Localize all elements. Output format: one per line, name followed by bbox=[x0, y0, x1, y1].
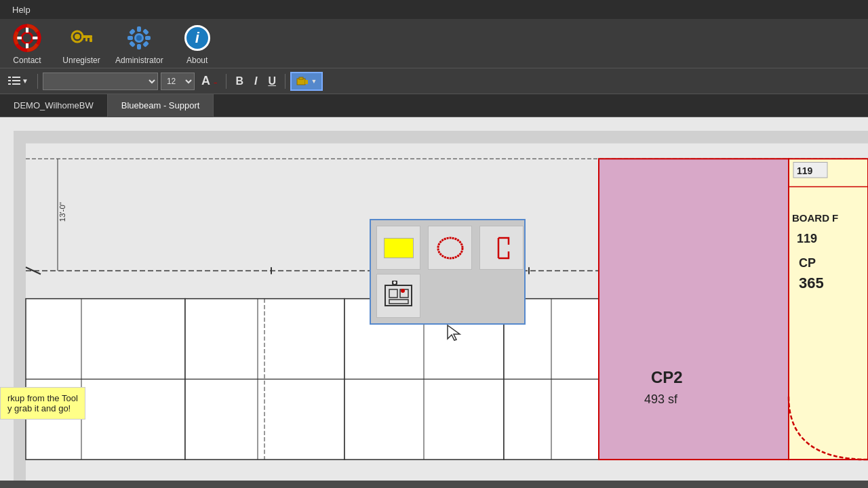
floorplan-icon bbox=[380, 277, 417, 314]
palette-arrow-sketch[interactable] bbox=[479, 226, 524, 270]
underline-button[interactable]: U bbox=[264, 73, 280, 90]
svg-rect-24 bbox=[8, 80, 11, 81]
separator-2 bbox=[226, 74, 226, 89]
font-color-button[interactable]: A – bbox=[197, 73, 221, 90]
svg-rect-17 bbox=[145, 36, 151, 40]
unregister-button[interactable]: Unregister bbox=[61, 23, 102, 65]
yellow-rect-icon bbox=[384, 238, 414, 258]
tooltip-box: rkup from the Tool y grab it and go! bbox=[0, 387, 85, 420]
secondary-toolbar: ▼ 12 8 10 14 16 18 24 A – B I U ▼ bbox=[0, 68, 868, 94]
svg-rect-26 bbox=[8, 83, 11, 85]
svg-rect-19 bbox=[142, 28, 149, 35]
main-toolbar: Contact Unregister bbox=[0, 19, 868, 68]
separator-1 bbox=[37, 74, 38, 89]
svg-rect-9 bbox=[81, 35, 92, 38]
list-format-button[interactable]: ▼ bbox=[4, 72, 33, 91]
svg-rect-21 bbox=[142, 41, 149, 47]
svg-point-73 bbox=[393, 281, 396, 284]
administrator-icon bbox=[124, 23, 154, 53]
svg-text:CP: CP bbox=[799, 256, 816, 270]
svg-point-8 bbox=[75, 34, 80, 39]
svg-rect-20 bbox=[129, 41, 136, 47]
administrator-button[interactable]: Administrator bbox=[115, 23, 163, 65]
markup-tool-button[interactable]: ▼ bbox=[290, 72, 323, 91]
markup-dropdown-arrow: ▼ bbox=[311, 78, 317, 85]
svg-text:493 sf: 493 sf bbox=[644, 392, 678, 406]
svg-text:CP2: CP2 bbox=[651, 367, 683, 386]
svg-rect-27 bbox=[12, 83, 20, 85]
svg-point-1 bbox=[22, 33, 33, 43]
contact-icon bbox=[12, 23, 42, 53]
canvas-area: 13'-0" bbox=[0, 117, 868, 481]
tab-bluebeam-support[interactable]: Bluebeam - Support bbox=[108, 94, 214, 117]
font-select[interactable] bbox=[43, 73, 158, 90]
svg-rect-29 bbox=[299, 77, 303, 79]
svg-rect-10 bbox=[90, 38, 92, 42]
svg-point-74 bbox=[401, 289, 405, 293]
contact-button[interactable]: Contact bbox=[7, 23, 47, 65]
oval-sketch-icon bbox=[433, 231, 467, 265]
about-icon: i bbox=[182, 23, 212, 53]
about-button[interactable]: i About bbox=[177, 23, 218, 65]
unregister-label: Unregister bbox=[62, 56, 100, 65]
separator-3 bbox=[285, 74, 285, 89]
svg-rect-58 bbox=[789, 159, 868, 460]
contact-label: Contact bbox=[13, 56, 41, 65]
tabs-bar: DEMO_WilhomeBW Bluebeam - Support bbox=[0, 94, 868, 117]
svg-text:119: 119 bbox=[797, 231, 817, 245]
tab-demo[interactable]: DEMO_WilhomeBW bbox=[0, 94, 108, 117]
italic-button[interactable]: I bbox=[250, 73, 261, 90]
unregister-icon bbox=[66, 23, 96, 53]
svg-rect-16 bbox=[127, 36, 133, 40]
size-select[interactable]: 12 8 10 14 16 18 24 bbox=[161, 73, 195, 90]
bold-button[interactable]: B bbox=[231, 73, 248, 90]
tooltip-line1: rkup from the Tool bbox=[7, 393, 78, 403]
svg-rect-23 bbox=[12, 77, 20, 78]
administrator-label: Administrator bbox=[115, 56, 163, 65]
svg-rect-71 bbox=[389, 300, 408, 304]
svg-rect-18 bbox=[129, 28, 136, 35]
svg-marker-30 bbox=[305, 80, 308, 84]
tooltip-line2: y grab it and go! bbox=[7, 403, 71, 413]
svg-point-66 bbox=[438, 238, 462, 258]
main-content: 13'-0" bbox=[0, 117, 868, 481]
menu-help[interactable]: Help bbox=[5, 3, 37, 16]
svg-rect-11 bbox=[85, 38, 87, 41]
arrow-sketch-icon bbox=[485, 231, 519, 265]
palette-yellow-rect[interactable] bbox=[376, 226, 420, 270]
palette-floorplan-icon[interactable] bbox=[376, 274, 420, 318]
svg-text:BOARD F: BOARD F bbox=[792, 212, 838, 224]
menu-bar: Help bbox=[0, 0, 868, 19]
about-label: About bbox=[186, 56, 208, 65]
svg-rect-15 bbox=[137, 44, 141, 49]
svg-text:365: 365 bbox=[799, 274, 824, 291]
svg-text:13'-0": 13'-0" bbox=[58, 202, 66, 222]
svg-rect-32 bbox=[14, 131, 868, 144]
palette-oval-sketch[interactable] bbox=[428, 226, 472, 270]
svg-rect-22 bbox=[8, 77, 11, 78]
svg-rect-25 bbox=[12, 80, 20, 81]
markup-palette bbox=[370, 219, 526, 325]
svg-rect-69 bbox=[389, 289, 397, 298]
svg-rect-14 bbox=[137, 26, 141, 32]
svg-rect-55 bbox=[599, 159, 789, 460]
svg-rect-33 bbox=[14, 131, 26, 481]
svg-text:119: 119 bbox=[797, 165, 812, 176]
svg-point-13 bbox=[136, 35, 142, 41]
